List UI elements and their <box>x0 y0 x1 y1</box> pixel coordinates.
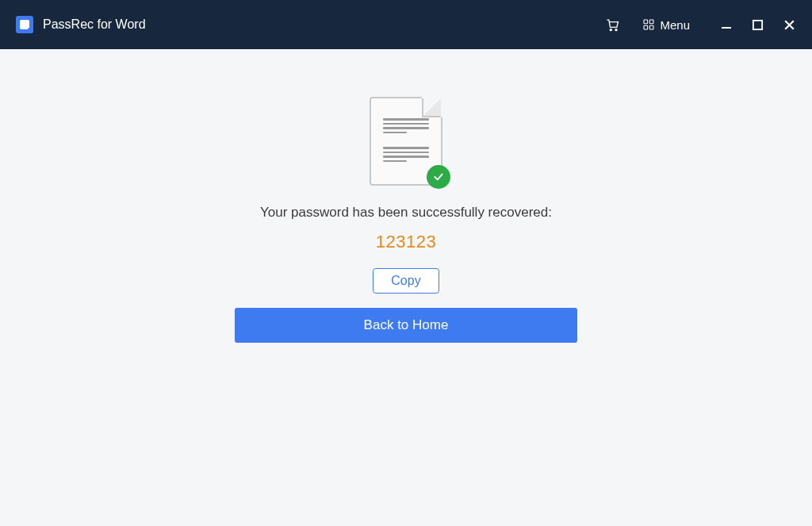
svg-point-0 <box>611 29 612 31</box>
menu-button[interactable]: Menu <box>642 18 690 32</box>
svg-rect-7 <box>753 20 762 29</box>
maximize-icon <box>752 19 764 31</box>
result-content: Your password has been successfully reco… <box>0 49 812 343</box>
success-message: Your password has been successfully reco… <box>260 205 552 221</box>
cart-icon <box>604 17 620 33</box>
svg-rect-2 <box>644 20 648 24</box>
minimize-icon <box>720 18 733 31</box>
close-icon <box>783 18 796 32</box>
check-circle-icon <box>427 165 450 189</box>
document-success-icon <box>370 97 442 186</box>
titlebar: PassRec for Word Menu <box>0 0 812 49</box>
close-button[interactable] <box>783 18 796 32</box>
svg-rect-5 <box>650 25 654 29</box>
minimize-button[interactable] <box>720 18 733 31</box>
cart-button[interactable] <box>604 17 620 33</box>
back-to-home-button[interactable]: Back to Home <box>235 308 577 343</box>
recovered-password: 123123 <box>376 232 436 252</box>
svg-point-1 <box>615 29 617 31</box>
titlebar-right: Menu <box>604 17 796 33</box>
menu-grid-icon <box>642 18 655 31</box>
app-icon <box>16 16 33 33</box>
window-controls <box>720 18 796 32</box>
app-title: PassRec for Word <box>43 17 146 32</box>
svg-rect-3 <box>650 20 654 24</box>
maximize-button[interactable] <box>752 19 764 31</box>
menu-label: Menu <box>660 18 690 32</box>
titlebar-left: PassRec for Word <box>16 16 146 33</box>
svg-rect-4 <box>644 25 648 29</box>
copy-button[interactable]: Copy <box>373 268 439 294</box>
